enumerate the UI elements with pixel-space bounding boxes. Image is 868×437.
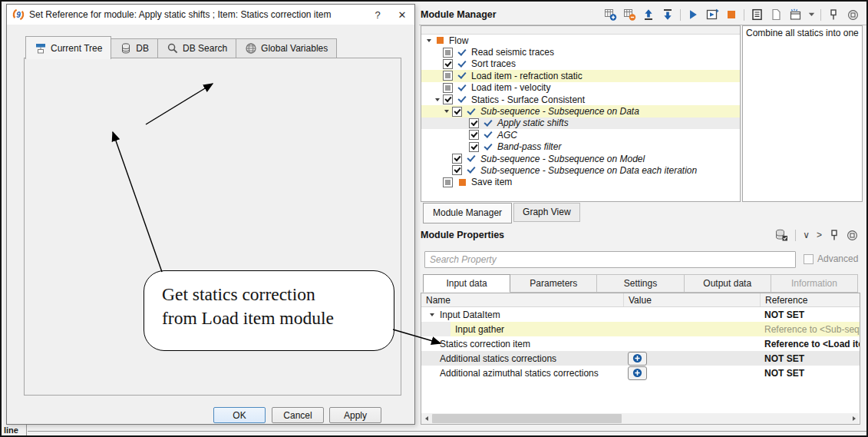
tab-db-search[interactable]: DB Search xyxy=(158,38,236,58)
module-tree-item[interactable]: Sub-sequence - Subsequence on Model xyxy=(421,153,740,164)
property-row[interactable]: Additional statics correctionsNOT SET xyxy=(421,351,860,366)
tab-graph-view[interactable]: Graph View xyxy=(513,203,579,222)
module-status-check-icon xyxy=(457,48,470,58)
property-row[interactable]: Input DataItemNOT SET xyxy=(421,307,860,322)
table-header: Name Value Reference xyxy=(421,293,860,307)
module-checkbox[interactable] xyxy=(469,118,483,128)
module-tree-item[interactable]: Load item - refraction static xyxy=(421,70,740,81)
move-up-icon[interactable] xyxy=(642,8,655,21)
checkbox[interactable] xyxy=(443,177,453,187)
scroll-left-button[interactable] xyxy=(421,413,431,424)
expander-icon[interactable] xyxy=(441,110,452,113)
module-checkbox[interactable] xyxy=(452,165,466,175)
module-tree-item[interactable]: Read seismic traces xyxy=(421,46,740,58)
ok-button[interactable]: OK xyxy=(213,407,266,423)
run-interactive-icon[interactable] xyxy=(705,8,719,21)
module-checkbox[interactable] xyxy=(443,59,457,69)
checkbox[interactable] xyxy=(443,71,453,81)
collapse-icon[interactable]: ∨ xyxy=(803,230,810,240)
paste-icon[interactable] xyxy=(769,8,783,21)
database-save-icon[interactable] xyxy=(774,229,788,241)
checkbox[interactable] xyxy=(452,165,462,175)
pin-icon[interactable] xyxy=(829,229,840,241)
module-status-check-icon xyxy=(483,130,497,140)
module-status-square-icon xyxy=(457,179,470,186)
tab-information[interactable]: Information xyxy=(771,274,858,293)
scrollbar-thumb[interactable] xyxy=(432,414,622,423)
checkbox[interactable] xyxy=(443,59,453,69)
module-tree-item[interactable]: Apply static shifts xyxy=(421,118,740,129)
module-tree-item[interactable]: Sort traces xyxy=(421,58,740,70)
checkbox[interactable] xyxy=(469,118,479,128)
checkbox[interactable] xyxy=(443,48,453,58)
column-value[interactable]: Value xyxy=(624,293,761,306)
column-reference[interactable]: Reference xyxy=(761,293,860,306)
search-icon xyxy=(167,42,179,55)
dropdown-caret-icon[interactable] xyxy=(807,8,815,21)
search-property-input[interactable] xyxy=(424,251,796,268)
module-checkbox[interactable] xyxy=(452,107,466,117)
checkbox[interactable] xyxy=(452,154,462,164)
add-item-button[interactable] xyxy=(628,352,647,366)
module-tree-item[interactable]: Statics - Surface Consistent xyxy=(421,94,740,105)
module-tree-item[interactable]: Save item xyxy=(421,177,740,188)
scroll-right-button[interactable] xyxy=(849,413,859,424)
module-checkbox[interactable] xyxy=(469,142,483,152)
tab-output-data[interactable]: Output data xyxy=(685,274,771,293)
tab-current-tree[interactable]: Current Tree xyxy=(25,36,111,59)
cancel-button[interactable]: Cancel xyxy=(272,407,324,423)
checkbox[interactable] xyxy=(804,254,814,264)
horizontal-scrollbar[interactable] xyxy=(421,413,859,424)
module-checkbox[interactable] xyxy=(452,154,466,164)
remove-module-icon[interactable] xyxy=(622,8,636,21)
pin-icon[interactable] xyxy=(827,8,840,21)
tab-module-manager[interactable]: Module Manager xyxy=(423,203,512,223)
tab-settings[interactable]: Settings xyxy=(597,274,684,293)
move-down-icon[interactable] xyxy=(661,8,675,21)
module-checkbox[interactable] xyxy=(443,94,457,104)
tab-db[interactable]: DB xyxy=(111,38,158,58)
add-item-button[interactable] xyxy=(628,366,647,380)
module-checkbox[interactable] xyxy=(469,130,483,140)
tab-parameters[interactable]: Parameters xyxy=(510,274,597,293)
module-checkbox[interactable] xyxy=(443,48,457,58)
property-value-cell xyxy=(624,322,761,336)
flow-log-icon[interactable] xyxy=(750,8,764,21)
checkbox[interactable] xyxy=(469,130,479,140)
float-icon[interactable] xyxy=(847,230,858,241)
apply-button[interactable]: Apply xyxy=(329,407,381,423)
property-row[interactable]: Additional azimuthal statics corrections… xyxy=(421,366,860,380)
checkbox[interactable] xyxy=(443,83,453,93)
module-checkbox[interactable] xyxy=(443,71,457,81)
checkbox[interactable] xyxy=(443,94,453,104)
property-row[interactable]: Statics correction itemReference to <Loa… xyxy=(421,336,860,351)
module-tree-item[interactable]: Sub-sequence - Subsequence on Data each … xyxy=(421,164,740,176)
module-checkbox[interactable] xyxy=(443,177,457,187)
column-name[interactable]: Name xyxy=(421,293,624,306)
new-window-icon[interactable] xyxy=(788,8,802,21)
module-tree-item[interactable]: Band-pass filter xyxy=(421,141,740,153)
property-row[interactable]: Input gatherReference to <Sub-sequ xyxy=(421,322,860,336)
module-tree-item[interactable]: Load item - velocity xyxy=(421,82,740,94)
expander-icon[interactable] xyxy=(431,98,443,101)
module-tree-item[interactable]: AGC xyxy=(421,129,740,141)
stop-icon[interactable] xyxy=(724,8,738,21)
flow-comment-box[interactable]: Combine all statics into one xyxy=(742,25,863,202)
checkbox[interactable] xyxy=(452,107,462,117)
expander-icon[interactable] xyxy=(427,313,437,316)
tab-input-data[interactable]: Input data xyxy=(423,274,510,293)
module-tree-item[interactable]: Flow xyxy=(421,35,740,46)
checkbox[interactable] xyxy=(469,142,479,152)
expander-icon[interactable] xyxy=(423,39,434,42)
module-checkbox[interactable] xyxy=(443,83,457,93)
module-tree-item[interactable]: Sub-sequence - Subsequence on Data xyxy=(421,105,740,117)
close-button[interactable]: ✕ xyxy=(390,5,414,25)
tab-global-variables[interactable]: Global Variables xyxy=(236,38,337,58)
help-button[interactable]: ? xyxy=(365,5,390,25)
float-icon[interactable] xyxy=(846,8,860,21)
add-module-icon[interactable] xyxy=(603,8,617,21)
advanced-checkbox[interactable]: Advanced xyxy=(804,253,858,264)
expand-icon[interactable]: > xyxy=(817,230,822,240)
run-icon[interactable] xyxy=(686,8,700,21)
dialog-title-bar[interactable]: 9 Set Reference for module: Apply static… xyxy=(7,5,414,25)
